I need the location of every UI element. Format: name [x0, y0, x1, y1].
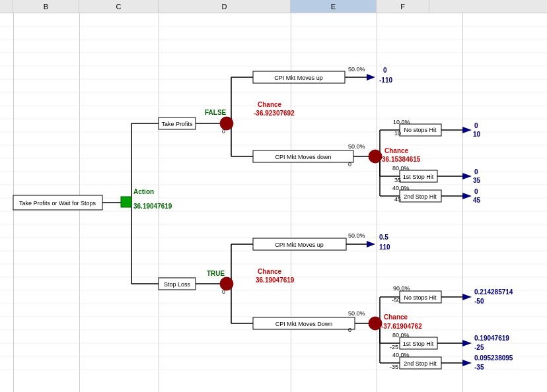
- stop1-1-top: 0: [474, 168, 478, 176]
- stop2-2-pct: 40.0%: [392, 352, 410, 358]
- cpi-up2-arrow: [367, 241, 375, 247]
- cpi-down1-label: CPI Mkt Moves down: [275, 154, 331, 160]
- stop2-1-val: 45: [394, 196, 401, 203]
- true-value: 0: [222, 288, 225, 295]
- cpi-up2-label: CPI Mkt Moves up: [275, 242, 324, 248]
- stop1-2-pct: 80.0%: [392, 332, 410, 339]
- chance2-value: 36.19047619: [256, 277, 295, 284]
- chance2b-circle: [369, 317, 382, 330]
- action-square: [121, 197, 131, 207]
- stop1-2-val: -25: [390, 344, 398, 350]
- stop2-1-pct: 40.0%: [392, 185, 410, 191]
- no-stops1-label: No stops Hit: [404, 127, 437, 133]
- spreadsheet: B C D E F: [0, 0, 547, 392]
- stop1-1-bot: 35: [473, 177, 481, 184]
- no-stops2-pct: 90.0%: [393, 285, 410, 292]
- cpi-up1-label: CPI Mkt Moves up: [274, 75, 323, 81]
- no-stops2-bot: -50: [474, 298, 484, 305]
- cpi-up2-pct: 50.0%: [348, 232, 365, 239]
- chance1b-circle: [369, 150, 382, 163]
- chance1b-label: Chance: [384, 147, 409, 154]
- cpi-up2-val-top: 0.5: [379, 234, 388, 241]
- stop2-1-arrow: [462, 193, 472, 199]
- no-stops1-top: 0: [474, 122, 478, 129]
- false-value: 0: [222, 128, 225, 135]
- stop2-2-arrow: [462, 360, 472, 366]
- stop2-2-label: 2nd Stop Hit: [404, 360, 437, 367]
- cpi-up1-pct: 50.0%: [348, 66, 365, 73]
- root-node-label: Take Profits or Wait for Stops: [19, 200, 96, 207]
- action-value: 36.19047619: [133, 203, 172, 210]
- stop2-2-top: 0.095238095: [474, 354, 513, 362]
- no-stops1-val: 10: [394, 130, 401, 137]
- false-label: FALSE: [205, 109, 227, 116]
- decision-tree-diagram: Take Profits or Wait for Stops Action 36…: [0, 0, 547, 379]
- cpi-down2-val0: 0: [348, 327, 351, 333]
- cpi-up1-val-top: 0: [383, 67, 387, 74]
- chance1-value: -36.92307692: [254, 110, 295, 117]
- stop1-2-top: 0.19047619: [474, 335, 509, 342]
- chance2-label: Chance: [258, 268, 282, 275]
- stop1-1-val: 35: [394, 177, 401, 183]
- no-stops2-arrow: [462, 294, 472, 300]
- stop2-1-top: 0: [474, 188, 478, 195]
- stop1-1-label: 1st Stop Hit: [403, 174, 434, 180]
- stop2-2-bot: -35: [474, 364, 484, 371]
- take-profits-label: Take Profits: [161, 121, 193, 127]
- no-stops1-pct: 10.0%: [393, 119, 410, 125]
- no-stops1-arrow: [462, 127, 472, 133]
- cpi-down1-val0: 0: [348, 161, 351, 168]
- stop1-1-pct: 80.0%: [392, 165, 410, 172]
- cpi-down1-pct: 50.0%: [348, 143, 365, 150]
- chance1-label: Chance: [258, 101, 282, 108]
- chance1b-value: 36.15384615: [382, 156, 421, 163]
- stop2-2-val: -35: [390, 364, 398, 370]
- cpi-up2-val-bot: 110: [379, 244, 390, 251]
- cpi-up1-val-bot: -110: [379, 77, 392, 84]
- stop1-2-label: 1st Stop Hit: [403, 341, 434, 347]
- true-label: TRUE: [207, 270, 225, 277]
- stop-loss-label: Stop Loss: [164, 281, 191, 288]
- cpi-up1-arrow: [367, 74, 375, 81]
- stop1-2-arrow: [462, 340, 472, 346]
- action-label: Action: [133, 188, 154, 195]
- stop2-1-bot: 45: [473, 197, 481, 204]
- no-stops2-top: 0.214285714: [474, 288, 513, 296]
- chance2b-label: Chance: [384, 313, 408, 321]
- no-stops1-bot: 10: [473, 131, 481, 138]
- no-stops2-label: No stops Hit: [404, 294, 437, 301]
- cpi-down2-label: CPI Mkt Moves Down: [275, 321, 333, 327]
- stop1-1-arrow: [462, 173, 472, 180]
- no-stops2-val: -50: [392, 297, 400, 304]
- cpi-down2-pct: 50.0%: [348, 310, 365, 317]
- chance2b-value: -37.61904762: [381, 323, 422, 330]
- stop2-1-label: 2nd Stop Hit: [404, 193, 437, 200]
- stop1-2-bot: -25: [474, 344, 484, 351]
